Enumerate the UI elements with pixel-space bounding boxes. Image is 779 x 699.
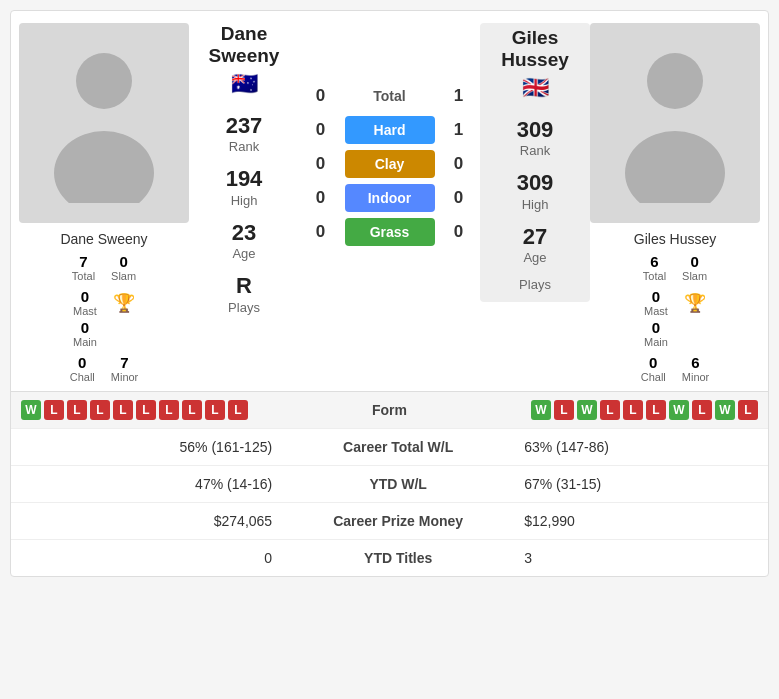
- right-rank-value: 309: [517, 117, 554, 143]
- trophy-icon-left: 🏆: [113, 288, 135, 317]
- stat-label: YTD W/L: [288, 466, 508, 503]
- form-loss-badge: L: [646, 400, 666, 420]
- trophy-icon-right: 🏆: [684, 288, 706, 317]
- grass-score-right: 0: [445, 222, 473, 242]
- right-player-bottom-name: Giles Hussey: [634, 231, 716, 247]
- table-row: 0 YTD Titles 3: [11, 540, 768, 577]
- total-row: 0 Total 1: [303, 82, 476, 110]
- right-flag: 🇬🇧: [522, 75, 549, 101]
- left-chall-minor-row: 0 Chall 7 Minor: [70, 354, 139, 383]
- left-player-stats-grid: 7 Total 0 Slam: [72, 253, 136, 282]
- total-badge: Total: [345, 82, 435, 110]
- svg-point-1: [54, 131, 154, 203]
- grass-score-left: 0: [307, 222, 335, 242]
- left-slam-val: 0 Slam: [111, 253, 136, 282]
- form-label: Form: [372, 402, 407, 418]
- grass-row: 0 Grass 0: [303, 218, 476, 246]
- form-loss-badge: L: [182, 400, 202, 420]
- form-loss-badge: L: [692, 400, 712, 420]
- form-win-badge: W: [669, 400, 689, 420]
- svg-point-2: [647, 53, 703, 109]
- right-stats-panel: Giles Hussey 🇬🇧 309 Rank 309 High 27 Age…: [480, 23, 590, 302]
- right-player-info: Giles Hussey 6 Total 0 Slam 0 Mast: [590, 227, 760, 383]
- form-loss-badge: L: [67, 400, 87, 420]
- left-age-label: Age: [232, 246, 256, 261]
- left-player-info: Dane Sweeny 7 Total 0 Slam 0 Mast: [19, 227, 189, 383]
- left-rank: 237 Rank: [226, 113, 263, 154]
- left-mast-val: 0 Mast: [73, 288, 97, 317]
- hard-score-left: 0: [307, 120, 335, 140]
- left-stats-panel: Dane Sweeny 🇦🇺 237 Rank 194 High 23 Age …: [189, 23, 299, 321]
- right-total-val: 6 Total: [643, 253, 666, 282]
- stat-label: YTD Titles: [288, 540, 508, 577]
- left-age: 23 Age: [232, 220, 256, 261]
- stat-label: Career Prize Money: [288, 503, 508, 540]
- form-win-badge: W: [531, 400, 551, 420]
- form-loss-badge: L: [136, 400, 156, 420]
- left-high-value: 194: [226, 166, 263, 192]
- stats-table: 56% (161-125) Career Total W/L 63% (147-…: [11, 428, 768, 576]
- indoor-score-left: 0: [307, 188, 335, 208]
- right-age: 27 Age: [523, 224, 547, 265]
- hard-badge: Hard: [345, 116, 435, 144]
- center-matchup-panel: 0 Total 1 0 Hard 1 0 Clay 0 0 Indoor 0: [299, 23, 480, 249]
- right-plays-label: Plays: [519, 277, 551, 292]
- form-win-badge: W: [577, 400, 597, 420]
- stat-left-value: 47% (14-16): [11, 466, 288, 503]
- total-score-right: 1: [445, 86, 473, 106]
- right-player-photo-col: Giles Hussey 6 Total 0 Slam 0 Mast: [590, 23, 760, 383]
- indoor-score-right: 0: [445, 188, 473, 208]
- left-player-bottom-name: Dane Sweeny: [60, 231, 147, 247]
- indoor-row: 0 Indoor 0: [303, 184, 476, 212]
- right-high: 309 High: [517, 170, 554, 211]
- left-age-value: 23: [232, 220, 256, 246]
- left-player-photo: [19, 23, 189, 223]
- table-row: 47% (14-16) YTD W/L 67% (31-15): [11, 466, 768, 503]
- left-flag: 🇦🇺: [231, 71, 258, 97]
- indoor-badge: Indoor: [345, 184, 435, 212]
- clay-row: 0 Clay 0: [303, 150, 476, 178]
- left-trophy-row: 0 Mast 🏆 0 Main: [73, 288, 135, 348]
- right-age-value: 27: [523, 224, 547, 250]
- form-loss-badge: L: [205, 400, 225, 420]
- form-loss-badge: L: [159, 400, 179, 420]
- left-main-val: 0 Main: [73, 319, 97, 348]
- left-plays-label: Plays: [228, 300, 260, 315]
- right-player-header-name: Giles Hussey: [480, 27, 590, 71]
- right-rank: 309 Rank: [517, 117, 554, 158]
- right-mast-val: 0 Mast: [644, 288, 668, 317]
- form-loss-badge: L: [228, 400, 248, 420]
- form-win-badge: W: [21, 400, 41, 420]
- left-plays-value: R: [228, 273, 260, 299]
- table-row: $274,065 Career Prize Money $12,990: [11, 503, 768, 540]
- stat-label: Career Total W/L: [288, 429, 508, 466]
- right-minor-val: 6 Minor: [682, 354, 710, 383]
- left-high-label: High: [226, 193, 263, 208]
- form-loss-badge: L: [554, 400, 574, 420]
- hard-row: 0 Hard 1: [303, 116, 476, 144]
- left-player-photo-col: Dane Sweeny 7 Total 0 Slam 0 Mast: [19, 23, 189, 383]
- right-player-stats-grid: 6 Total 0 Slam: [643, 253, 707, 282]
- form-loss-badge: L: [738, 400, 758, 420]
- right-age-label: Age: [523, 250, 547, 265]
- right-player-photo: [590, 23, 760, 223]
- right-chall-minor-row: 0 Chall 6 Minor: [641, 354, 710, 383]
- stat-right-value: 67% (31-15): [508, 466, 768, 503]
- left-rank-value: 237: [226, 113, 263, 139]
- form-loss-badge: L: [623, 400, 643, 420]
- form-loss-badge: L: [44, 400, 64, 420]
- right-trophy-row: 0 Mast 🏆 0 Main: [644, 288, 706, 348]
- left-form-badges: WLLLLLLLLL: [21, 400, 248, 420]
- right-plays: Plays: [519, 277, 551, 292]
- form-loss-badge: L: [90, 400, 110, 420]
- form-loss-badge: L: [113, 400, 133, 420]
- form-section: WLLLLLLLLL Form WLWLLLWLWL: [11, 391, 768, 428]
- right-slam-val: 0 Slam: [682, 253, 707, 282]
- right-main-val: 0 Main: [644, 319, 668, 348]
- table-row: 56% (161-125) Career Total W/L 63% (147-…: [11, 429, 768, 466]
- right-chall-val: 0 Chall: [641, 354, 666, 383]
- left-total-val: 7 Total: [72, 253, 95, 282]
- left-minor-val: 7 Minor: [111, 354, 139, 383]
- svg-point-3: [625, 131, 725, 203]
- left-plays: R Plays: [228, 273, 260, 314]
